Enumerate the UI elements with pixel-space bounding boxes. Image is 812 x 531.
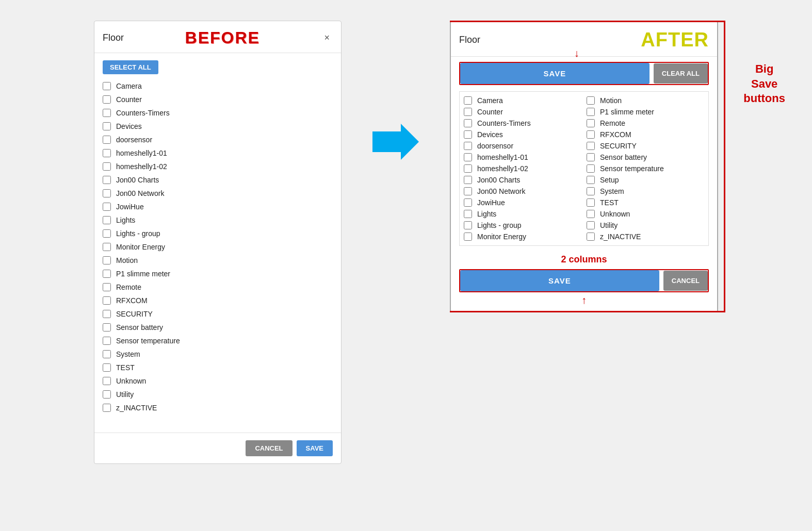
before-item-label: doorsensor — [116, 136, 152, 144]
after-col2-checkbox-2[interactable] — [587, 119, 595, 127]
before-list-item: Sensor battery — [103, 322, 333, 333]
right-arrow-icon — [372, 124, 419, 160]
after-col2-checkbox-12[interactable] — [587, 233, 595, 241]
after-col2-item: System — [587, 186, 704, 197]
clear-all-button[interactable]: CLEAR ALL — [654, 63, 708, 84]
before-item-label: Counters-Timers — [116, 109, 170, 117]
after-col1-item: Camera — [464, 95, 581, 106]
after-col1-item: Counter — [464, 106, 581, 118]
before-checkbox-12[interactable] — [103, 243, 111, 251]
before-checkbox-5[interactable] — [103, 149, 111, 157]
before-checkbox-20[interactable] — [103, 350, 111, 358]
before-checkbox-18[interactable] — [103, 323, 111, 331]
after-col1-checkbox-4[interactable] — [464, 142, 472, 150]
before-list-item: SECURITY — [103, 308, 333, 320]
svg-marker-0 — [372, 124, 419, 160]
after-col2-checkbox-3[interactable] — [587, 130, 595, 139]
after-save-top-button[interactable]: SAVE — [460, 63, 649, 84]
after-col2-item: Motion — [587, 95, 704, 106]
before-checkbox-2[interactable] — [103, 109, 111, 117]
after-col1-checkbox-11[interactable] — [464, 221, 472, 229]
after-col2-checkbox-6[interactable] — [587, 164, 595, 173]
after-col1-label: Counters-Timers — [477, 119, 531, 127]
after-col2-checkbox-7[interactable] — [587, 176, 595, 184]
after-col1-checkbox-1[interactable] — [464, 108, 472, 116]
before-item-label: Lights — [116, 216, 135, 224]
before-list-item: System — [103, 349, 333, 360]
after-col2-label: z_INACTIVE — [600, 233, 641, 241]
before-list-item: Motion — [103, 255, 333, 266]
after-col1-checkbox-8[interactable] — [464, 187, 472, 195]
after-col1-checkbox-5[interactable] — [464, 153, 472, 161]
after-col1-checkbox-12[interactable] — [464, 233, 472, 241]
before-checkbox-23[interactable] — [103, 390, 111, 399]
before-checkbox-3[interactable] — [103, 122, 111, 130]
after-col2-item: RFXCOM — [587, 129, 704, 140]
after-col2-checkbox-8[interactable] — [587, 187, 595, 195]
after-col2-label: RFXCOM — [600, 130, 631, 139]
after-col1-item: homeshelly1-02 — [464, 163, 581, 174]
after-col1-checkbox-9[interactable] — [464, 198, 472, 207]
before-close-button[interactable]: × — [321, 31, 333, 44]
after-col1-label: Jon00 Network — [477, 187, 525, 195]
before-checkbox-7[interactable] — [103, 176, 111, 184]
before-list-item: Remote — [103, 281, 333, 293]
after-col1-label: Devices — [477, 130, 503, 139]
before-item-label: System — [116, 350, 140, 358]
after-col1-checkbox-6[interactable] — [464, 164, 472, 173]
after-col2-checkbox-10[interactable] — [587, 210, 595, 218]
after-col2-label: SECURITY — [600, 142, 637, 150]
before-checkbox-4[interactable] — [103, 136, 111, 144]
before-list-item: Sensor temperature — [103, 335, 333, 346]
before-item-label: Sensor battery — [116, 323, 163, 331]
before-checkbox-9[interactable] — [103, 203, 111, 211]
after-col2-item: Sensor battery — [587, 152, 704, 163]
before-save-button[interactable]: SAVE — [297, 440, 333, 456]
before-checkbox-17[interactable] — [103, 310, 111, 318]
before-checkbox-14[interactable] — [103, 270, 111, 278]
after-col2-checkbox-4[interactable] — [587, 142, 595, 150]
after-col1-checkbox-0[interactable] — [464, 96, 472, 105]
after-col1-checkbox-3[interactable] — [464, 130, 472, 139]
after-panel-header: Floor AFTER — [451, 22, 717, 57]
after-col2-label: Remote — [600, 119, 625, 127]
before-checkbox-8[interactable] — [103, 189, 111, 197]
after-col2-checkbox-0[interactable] — [587, 96, 595, 105]
before-checkbox-list: CameraCounterCounters-TimersDevicesdoors… — [103, 80, 333, 413]
before-cancel-button[interactable]: CANCEL — [246, 440, 292, 456]
after-col1-item: JowiHue — [464, 197, 581, 208]
after-col2-checkbox-9[interactable] — [587, 198, 595, 207]
before-checkbox-10[interactable] — [103, 216, 111, 224]
before-checkbox-1[interactable] — [103, 95, 111, 104]
before-checkbox-6[interactable] — [103, 162, 111, 171]
after-col1-checkbox-7[interactable] — [464, 176, 472, 184]
after-col2-checkbox-1[interactable] — [587, 108, 595, 116]
before-checkbox-13[interactable] — [103, 256, 111, 264]
after-col2-checkbox-11[interactable] — [587, 221, 595, 229]
before-item-label: P1 slimme meter — [116, 270, 170, 278]
before-checkbox-21[interactable] — [103, 363, 111, 372]
before-item-label: Remote — [116, 283, 141, 291]
after-cancel-button[interactable]: CANCEL — [663, 271, 708, 291]
before-item-label: Counter — [116, 95, 142, 104]
after-col1-checkbox-10[interactable] — [464, 210, 472, 218]
after-panel: Floor AFTER SAVE CLEAR ALL ↓ CameraCount… — [450, 21, 718, 312]
before-checkbox-22[interactable] — [103, 377, 111, 385]
before-item-label: SECURITY — [116, 310, 153, 318]
page-container: Floor BEFORE × SELECT ALL CameraCounterC… — [10, 21, 802, 464]
before-checkbox-0[interactable] — [103, 82, 111, 90]
before-checkbox-11[interactable] — [103, 229, 111, 238]
before-checkbox-16[interactable] — [103, 296, 111, 305]
select-all-button[interactable]: SELECT ALL — [103, 60, 158, 74]
after-col2-label: System — [600, 187, 624, 195]
before-checkbox-19[interactable] — [103, 337, 111, 345]
before-checkbox-24[interactable] — [103, 404, 111, 412]
before-checkbox-15[interactable] — [103, 283, 111, 291]
two-col-list: CameraCounterCounters-TimersDevicesdoors… — [459, 91, 709, 246]
after-save-bottom-button[interactable]: SAVE — [460, 270, 659, 291]
after-col2-checkbox-5[interactable] — [587, 153, 595, 161]
after-col1-item: Lights — [464, 208, 581, 220]
after-col1-label: homeshelly1-02 — [477, 164, 528, 173]
before-list-item: Counters-Timers — [103, 107, 333, 119]
after-col1-checkbox-2[interactable] — [464, 119, 472, 127]
